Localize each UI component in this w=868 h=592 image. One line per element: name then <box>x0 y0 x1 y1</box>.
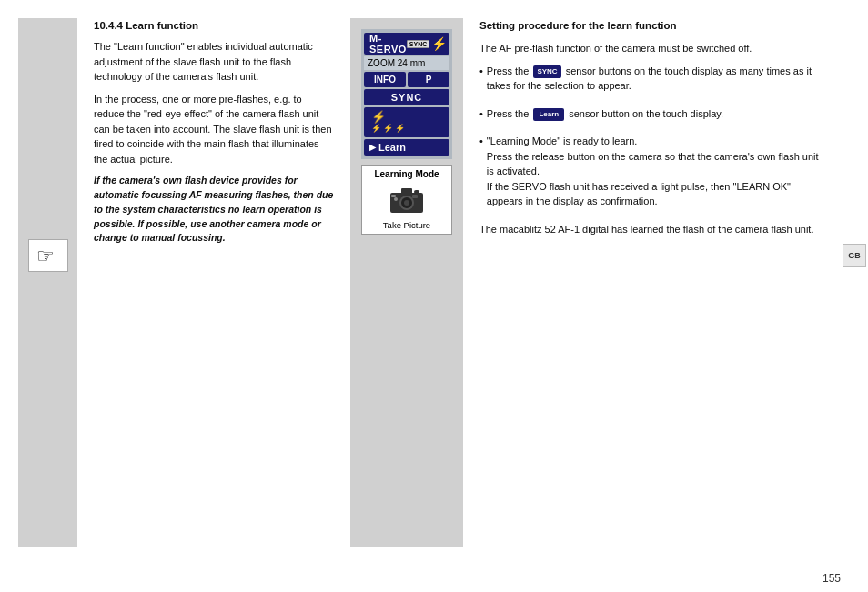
zoom-row: ZOOM 24 mm <box>364 56 449 70</box>
device-screen: M-SERVO SYNC ⚡ ZOOM 24 mm INFO P SYNC <box>361 29 452 159</box>
gb-badge: GB <box>843 244 866 267</box>
page: ☞ 10.4.4 Learn function The "Learn funct… <box>0 0 868 592</box>
bullet3a: "Learning Mode" is ready to learn. <box>487 135 638 146</box>
bullet-item-2: • Press the Learn sensor button on the t… <box>479 106 824 122</box>
para2: In the process, one or more pre-flashes,… <box>94 92 334 167</box>
main-content: ☞ 10.4.4 Learn function The "Learn funct… <box>0 0 868 565</box>
learning-mode-box: Learning Mode <box>361 165 452 235</box>
closing-text: The macablitz 52 AF-1 digital has learne… <box>479 222 824 237</box>
bullet3c: If the SERVO flash unit has received a l… <box>487 181 791 207</box>
flash-symbols-row: ⚡ ⚡⚡⚡ <box>364 107 449 137</box>
sync-badge-top: SYNC <box>407 40 429 48</box>
p-button[interactable]: P <box>408 72 449 87</box>
bullet-dot-2: • <box>479 106 483 122</box>
info-button[interactable]: INFO <box>364 72 406 87</box>
mservo-label: M-SERVO <box>369 33 407 55</box>
camera-icon <box>389 184 425 216</box>
bullet-item-1: • Press the SYNC sensor buttons on the t… <box>479 64 824 94</box>
hand-icon-box: ☞ <box>28 239 68 272</box>
right-section-title: Setting procedure for the learn function <box>479 18 824 34</box>
bullet1-text: Press the <box>487 65 529 76</box>
learn-row: ▶ Learn <box>364 139 449 156</box>
left-sidebar: ☞ <box>18 18 77 547</box>
svg-point-9 <box>394 197 398 201</box>
bullet2-rest: sensor button on the touch display. <box>569 108 723 119</box>
learn-inline-badge: Learn <box>533 108 564 121</box>
bullet-dot-3: • <box>479 134 483 209</box>
flash-sym-1: ⚡ <box>371 111 386 124</box>
flash-sym-2: ⚡⚡⚡ <box>371 125 407 134</box>
right-intro: The AF pre-flash function of the camera … <box>479 41 824 56</box>
mservo-row: M-SERVO SYNC ⚡ <box>364 33 449 55</box>
bullet3-content: "Learning Mode" is ready to learn. Press… <box>487 134 824 209</box>
bullet2-text: Press the <box>487 108 529 119</box>
arrow-right-icon: ▶ <box>369 143 376 152</box>
svg-text:☞: ☞ <box>36 245 55 266</box>
bullet2-content: Press the Learn sensor button on the tou… <box>487 106 723 122</box>
page-number: 155 <box>823 572 841 585</box>
section-title: 10.4.4 Learn function <box>94 18 334 34</box>
right-sidebar: GB <box>841 18 868 547</box>
svg-rect-6 <box>412 195 418 198</box>
para1: The "Learn function" enables individual … <box>94 39 334 85</box>
center-panel: M-SERVO SYNC ⚡ ZOOM 24 mm INFO P SYNC <box>352 18 461 547</box>
bullet3b: Press the release button on the camera s… <box>487 151 819 177</box>
take-picture-label: Take Picture <box>383 220 430 230</box>
right-text-column: Setting procedure for the learn function… <box>463 18 841 547</box>
italic-note: If the camera's own flash device provide… <box>94 174 334 246</box>
learning-mode-label: Learning Mode <box>374 169 439 180</box>
info-p-row: INFO P <box>364 72 449 87</box>
svg-rect-5 <box>401 188 412 194</box>
svg-point-4 <box>404 200 409 206</box>
sync-row: SYNC <box>364 89 449 105</box>
zoom-label: ZOOM 24 mm <box>368 58 425 68</box>
sync-inline-badge: SYNC <box>533 65 560 78</box>
learn-label: Learn <box>378 142 406 153</box>
left-text-column: 10.4.4 Learn function The "Learn functio… <box>77 18 350 547</box>
svg-rect-7 <box>414 190 419 194</box>
bullet-dot-1: • <box>479 64 483 94</box>
footer: 155 <box>0 565 868 592</box>
flash-icon-top: ⚡ <box>431 36 447 51</box>
bullet1-content: Press the SYNC sensor buttons on the tou… <box>487 64 824 94</box>
hand-icon: ☞ <box>35 245 62 266</box>
svg-rect-8 <box>391 195 396 197</box>
bullet-item-3: • "Learning Mode" is ready to learn. Pre… <box>479 134 824 209</box>
